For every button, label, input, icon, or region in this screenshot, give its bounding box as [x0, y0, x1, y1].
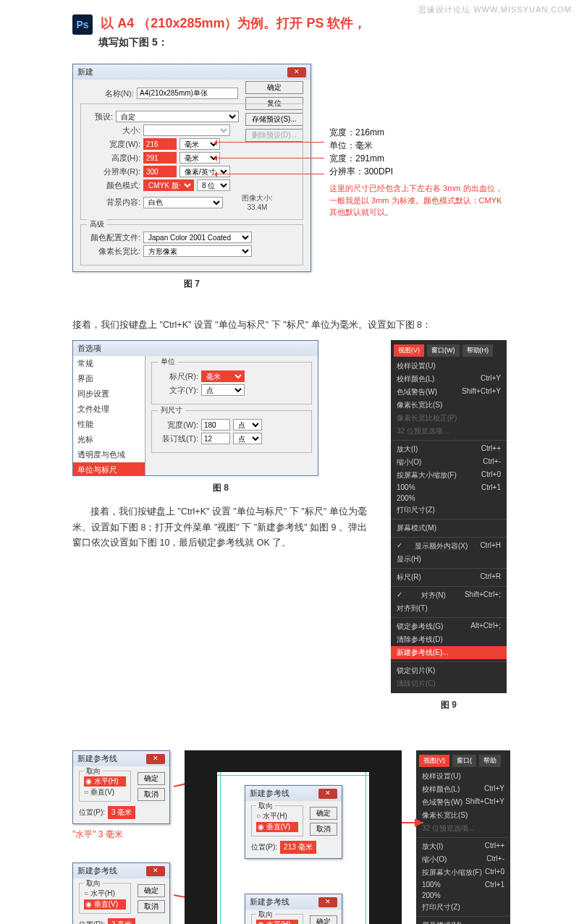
menu-item[interactable]: 锁定参考线(G)Alt+Ctrl+; [391, 620, 507, 633]
menu-item[interactable]: 像素长宽比校正(P) [391, 412, 507, 425]
menu-tab[interactable]: 帮助 [479, 755, 501, 767]
ok-button[interactable]: 确定 [138, 772, 165, 785]
gut-unit[interactable]: 点 [233, 433, 262, 444]
cancel-button[interactable]: 取消 [310, 823, 337, 836]
aspect-select[interactable]: 方形像素 [143, 245, 252, 257]
menu-item[interactable]: 打印尺寸(Z) [391, 504, 507, 517]
colw-unit[interactable]: 点 [233, 419, 262, 431]
pref-list-item[interactable]: 光标 [73, 432, 145, 447]
radio-horizontal[interactable]: ○ 水平(H) [84, 889, 126, 899]
fig9-col: 视图(V)窗口(W)帮助(H)校样设置(U)校样颜色(L)Ctrl+Y色域警告(… [391, 340, 507, 721]
radio-horizontal[interactable]: ◉ 水平(H) [256, 920, 298, 924]
menu-item[interactable]: 标尺(R)Ctrl+R [391, 571, 507, 584]
pref-list-item[interactable]: 界面 [73, 371, 145, 386]
menu-item[interactable]: 放大(I)Ctrl++ [416, 840, 510, 853]
menu-item[interactable]: 按屏幕大小缩放(F)Ctrl+0 [391, 469, 507, 482]
pos-input[interactable]: 3 毫米 [108, 918, 135, 924]
menu-item[interactable]: 200% [416, 890, 510, 901]
menu-item[interactable]: 清除切片(C) [391, 677, 507, 690]
menu-tab[interactable]: 视图(V) [419, 755, 449, 767]
pref-list-item[interactable]: 常规 [73, 356, 145, 371]
guide-dialog-2: 新建参考线✕ 确定取消 取向 ○ 水平(H) ◉ 垂直(V) 位置(P):3 毫… [72, 862, 170, 924]
menu-item[interactable]: 缩小(O)Ctrl+- [391, 456, 507, 469]
menu-item[interactable]: 清除参考线(D) [391, 633, 507, 646]
menu-tab[interactable]: 窗口(W) [427, 344, 460, 357]
type-select[interactable]: 点 [201, 384, 245, 396]
menu-item[interactable]: 32 位预览选项... [416, 822, 510, 835]
menu-item[interactable]: 对齐(N)Shift+Ctrl+; [391, 589, 507, 602]
close-icon[interactable]: ✕ [146, 754, 165, 764]
close-icon[interactable]: ✕ [318, 897, 337, 907]
name-input[interactable] [137, 88, 238, 99]
pref-list-item[interactable]: 透明度与色域 [73, 447, 145, 462]
ok-button[interactable]: 确定 [245, 81, 303, 94]
radio-vertical[interactable]: ◉ 垂直(V) [256, 822, 298, 832]
mode-select[interactable]: CMYK 颜色 [143, 179, 194, 191]
pref-title: 首选项 [73, 341, 318, 356]
gut-label: 装订线(T): [158, 433, 201, 444]
menu-tab[interactable]: 视图(V) [394, 344, 424, 357]
menu-item[interactable]: 打印尺寸(Z) [416, 901, 510, 914]
pref-list-item[interactable]: 性能 [73, 417, 145, 432]
pref-dialog: 首选项 常规界面同步设置文件处理性能光标透明度与色域单位与标尺参考线、网格和切片… [72, 340, 318, 476]
cancel-button[interactable]: 取消 [138, 788, 165, 801]
radio-horizontal[interactable]: ◉ 水平(H) [84, 776, 126, 787]
radio-vertical[interactable]: ○ 垂直(V) [84, 787, 126, 797]
menu-item[interactable]: 锁定切片(K) [391, 664, 507, 677]
ok-button[interactable]: 确定 [310, 915, 337, 924]
res-unit[interactable]: 像素/英寸 [179, 166, 230, 177]
pref-list-item[interactable]: 同步设置 [73, 386, 145, 402]
ok-button[interactable]: 确定 [310, 807, 337, 820]
cancel-button[interactable]: 取消 [138, 900, 165, 913]
preset-select[interactable]: 自定 [116, 111, 239, 122]
menu-item[interactable]: 放大(I)Ctrl++ [391, 443, 507, 456]
close-icon[interactable]: ✕ [287, 67, 306, 77]
menu-item[interactable]: 屏幕模式(M) [391, 522, 507, 535]
menu-item[interactable]: 色域警告(W)Shift+Ctrl+Y [416, 796, 510, 809]
res-input[interactable] [143, 166, 177, 177]
close-icon[interactable]: ✕ [318, 789, 337, 799]
profile-select[interactable]: Japan Color 2001 Coated [143, 232, 252, 243]
height-input[interactable] [143, 152, 177, 164]
bg-select[interactable]: 白色 [143, 197, 223, 208]
pos-input[interactable]: 213 毫米 [280, 841, 316, 854]
mode-label: 颜色模式: [87, 180, 143, 191]
menu-item[interactable]: 100%Ctrl+1 [416, 879, 510, 890]
menu-item[interactable]: 32 位预览选项... [391, 425, 507, 438]
menu-item[interactable]: 校样设置(U) [391, 360, 507, 373]
fig9-caption: 图 9 [391, 699, 507, 711]
pref-list-item[interactable]: 单位与标尺 [73, 462, 145, 475]
mode-bits[interactable]: 8 位 [197, 179, 230, 191]
width-input[interactable] [143, 138, 177, 150]
arrow-icon [216, 142, 324, 143]
menu-item[interactable]: 显示(H) [391, 553, 507, 566]
colw-input[interactable] [201, 419, 230, 431]
menu-item[interactable]: 校样颜色(L)Ctrl+Y [391, 373, 507, 386]
gut-input[interactable] [201, 433, 230, 444]
menu-tab[interactable]: 帮助(H) [462, 344, 494, 357]
menu-item[interactable]: 校样设置(U) [416, 770, 510, 783]
menu-item[interactable]: 校样颜色(L)Ctrl+Y [416, 783, 510, 796]
menu-item[interactable]: 按屏幕大小缩放(F)Ctrl+0 [416, 866, 510, 879]
close-icon[interactable]: ✕ [146, 866, 165, 876]
menu-item[interactable]: 新建参考线(E)... [391, 646, 507, 659]
menu-tab[interactable]: 窗口( [452, 755, 476, 767]
pref-list-item[interactable]: 文件处理 [73, 402, 145, 417]
menu-item[interactable]: 200% [391, 493, 507, 504]
canvas-doc: 新建参考线✕ 确定取消 取向 ○ 水平(H) ◉ 垂直(V) 位置(P):213… [217, 772, 369, 924]
ruler-select[interactable]: 毫米 [201, 370, 245, 382]
radio-horizontal[interactable]: ○ 水平(H) [256, 811, 298, 821]
ok-button[interactable]: 确定 [138, 884, 165, 897]
menu-item[interactable]: 对齐到(T) [391, 602, 507, 615]
menu-item[interactable]: 屏幕模式(M) [416, 919, 510, 924]
size-select[interactable] [143, 124, 230, 136]
menu-item[interactable]: 100%Ctrl+1 [391, 482, 507, 493]
radio-vertical[interactable]: ◉ 垂直(V) [84, 899, 126, 910]
pref-list[interactable]: 常规界面同步设置文件处理性能光标透明度与色域单位与标尺参考线、网格和切片 [73, 356, 145, 475]
menu-item[interactable]: 显示额外内容(X)Ctrl+H [391, 540, 507, 553]
pos-input[interactable]: 3 毫米 [108, 806, 135, 819]
menu-item[interactable]: 缩小(O)Ctrl+- [416, 853, 510, 866]
menu-item[interactable]: 像素长宽比(S) [391, 399, 507, 412]
menu-item[interactable]: 像素长宽比(S) [416, 809, 510, 822]
menu-item[interactable]: 色域警告(W)Shift+Ctrl+Y [391, 386, 507, 399]
